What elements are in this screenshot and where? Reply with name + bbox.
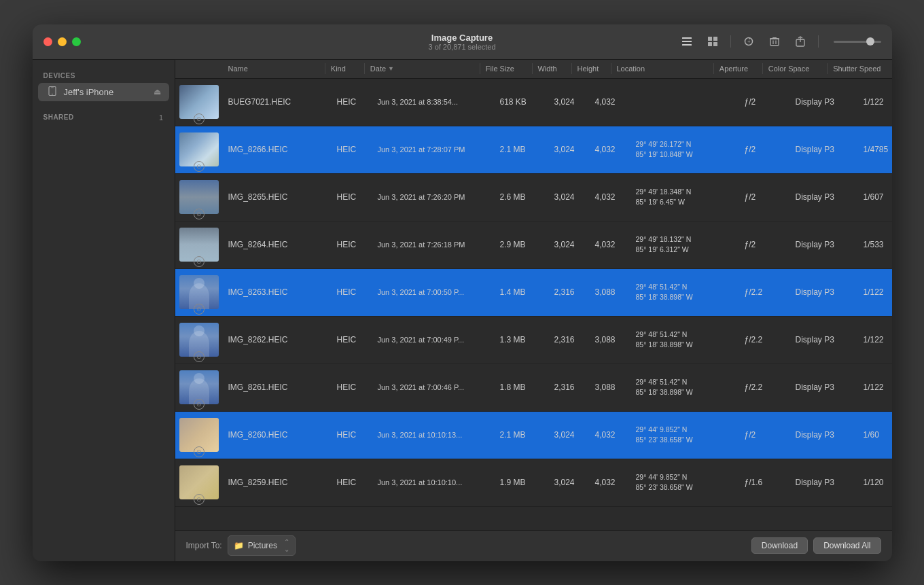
- selection-count: 3 of 20,871 selected: [428, 43, 495, 51]
- table-row[interactable]: ⊙ IMG_8262.HEIC HEIC Jun 3, 2021 at 7:00…: [175, 317, 892, 364]
- col-header-height[interactable]: Height: [571, 60, 610, 78]
- row-thumb-area: ⊙: [175, 268, 223, 316]
- list-view-button[interactable]: [679, 33, 695, 50]
- zoom-slider[interactable]: [834, 41, 881, 43]
- cell-size: 1.9 MB: [495, 478, 549, 487]
- rotate-button[interactable]: +: [741, 33, 757, 50]
- col-header-kind[interactable]: Kind: [325, 60, 364, 78]
- download-indicator-icon: ⊙: [194, 161, 205, 172]
- col-header-aperture[interactable]: Aperture: [714, 60, 762, 78]
- cell-location: 29° 48' 51.42" N85° 18' 38.898" W: [630, 330, 739, 349]
- row-cells: IMG_8265.HEIC HEIC Jun 3, 2021 at 7:26:2…: [223, 187, 892, 207]
- cell-size: 2.6 MB: [495, 192, 549, 202]
- share-button[interactable]: [792, 33, 808, 50]
- cell-location: 29° 44' 9.852" N85° 23' 38.658" W: [630, 472, 739, 492]
- table-row[interactable]: ⊙ IMG_8260.HEIC HEIC Jun 3, 2021 at 10:1…: [175, 412, 892, 459]
- grid-view-button[interactable]: [705, 33, 721, 50]
- folder-icon: 📁: [234, 541, 244, 550]
- cell-name: IMG_8265.HEIC: [223, 192, 332, 202]
- cell-colorspace: Display P3: [790, 192, 858, 202]
- row-cells: IMG_8264.HEIC HEIC Jun 3, 2021 at 7:26:1…: [223, 234, 892, 254]
- cell-colorspace: Display P3: [790, 240, 858, 249]
- row-thumb-area: ⊙: [175, 173, 223, 221]
- cell-date: Jun 3, 2021 at 7:26:18 PM: [372, 241, 495, 249]
- cell-date: Jun 3, 2021 at 7:26:20 PM: [372, 193, 495, 201]
- cell-colorspace: Display P3: [790, 383, 858, 392]
- col-header-size[interactable]: File Size: [480, 60, 532, 78]
- delete-button[interactable]: [766, 33, 783, 50]
- row-cells: IMG_8266.HEIC HEIC Jun 3, 2021 at 7:28:0…: [223, 139, 892, 159]
- titlebar-center: Image Capture 3 of 20,871 selected: [428, 33, 495, 51]
- svg-rect-1: [682, 41, 692, 42]
- cell-size: 1.8 MB: [495, 383, 549, 392]
- cell-size: 2.9 MB: [495, 240, 549, 249]
- col-header-width[interactable]: Width: [532, 60, 571, 78]
- cell-height: 4,032: [590, 240, 630, 249]
- cell-kind: HEIC: [332, 478, 372, 487]
- download-indicator-icon: ⊙: [194, 351, 205, 362]
- cell-kind: HEIC: [332, 240, 372, 249]
- cell-aperture: ƒ/2: [739, 97, 790, 107]
- cell-aperture: ƒ/2.2: [739, 335, 790, 344]
- maximize-button[interactable]: [72, 37, 81, 46]
- cell-name: IMG_8260.HEIC: [223, 430, 332, 440]
- cell-location: 29° 49' 26.172" N85° 19' 10.848" W: [630, 139, 739, 159]
- cell-width: 3,024: [549, 240, 590, 249]
- table-row[interactable]: ⊙ IMG_8261.HEIC HEIC Jun 3, 2021 at 7:00…: [175, 364, 892, 412]
- col-header-location[interactable]: Location: [611, 60, 713, 78]
- cell-width: 2,316: [549, 287, 590, 297]
- cell-date: Jun 3, 2021 at 10:10:13...: [372, 431, 495, 439]
- table-row[interactable]: ⊙ IMG_8264.HEIC HEIC Jun 3, 2021 at 7:26…: [175, 221, 892, 269]
- cell-name: IMG_8259.HEIC: [223, 478, 332, 487]
- cell-shutter: 1/60: [858, 430, 892, 440]
- cell-height: 4,032: [590, 192, 630, 202]
- download-indicator-icon: ⊙: [194, 399, 205, 410]
- cell-kind: HEIC: [332, 383, 372, 392]
- table-header: Name Kind Date ▼ File Size Width: [175, 60, 892, 79]
- cell-location: 29° 44' 9.852" N85° 23' 38.658" W: [630, 425, 739, 444]
- col-header-name[interactable]: Name: [223, 60, 325, 78]
- cell-date: Jun 3, 2021 at 7:00:46 P...: [372, 383, 495, 391]
- row-thumb-area: ⊙: [175, 221, 223, 268]
- cell-height: 3,088: [590, 287, 630, 297]
- minimize-button[interactable]: [58, 37, 67, 46]
- table-row[interactable]: ⊙ IMG_8266.HEIC HEIC Jun 3, 2021 at 7:28…: [175, 126, 892, 174]
- svg-point-18: [52, 93, 53, 94]
- table-row[interactable]: ⊙ IMG_8263.HEIC HEIC Jun 3, 2021 at 7:00…: [175, 269, 892, 317]
- row-thumb-area: ⊙: [175, 79, 223, 126]
- download-indicator-icon: ⊙: [194, 113, 205, 124]
- shared-section-label: SHARED 1: [33, 109, 175, 124]
- cell-height: 4,032: [590, 145, 630, 154]
- close-button[interactable]: [43, 37, 52, 46]
- import-folder-selector[interactable]: 📁 Pictures ⌃⌄: [228, 535, 296, 556]
- traffic-lights: [43, 37, 81, 46]
- cell-name: IMG_8266.HEIC: [223, 145, 332, 154]
- row-cells: BUEG7021.HEIC HEIC Jun 3, 2021 at 8:38:5…: [223, 97, 892, 107]
- table-row[interactable]: ⊙ IMG_8259.HEIC HEIC Jun 3, 2021 at 10:1…: [175, 459, 892, 507]
- cell-height: 3,088: [590, 335, 630, 344]
- table-row[interactable]: ⊙ BUEG7021.HEIC HEIC Jun 3, 2021 at 8:38…: [175, 79, 892, 126]
- row-cells: IMG_8259.HEIC HEIC Jun 3, 2021 at 10:10:…: [223, 472, 892, 492]
- col-header-date[interactable]: Date ▼: [365, 60, 480, 78]
- download-button[interactable]: Download: [751, 537, 808, 554]
- iphone-icon: [46, 86, 58, 98]
- cell-location: 29° 48' 51.42" N85° 18' 38.898" W: [630, 377, 739, 397]
- app-title: Image Capture: [428, 33, 495, 43]
- cell-shutter: 1/122: [858, 383, 892, 392]
- download-all-button[interactable]: Download All: [813, 537, 881, 554]
- sidebar-item-iphone[interactable]: Jeff's iPhone ⏏: [38, 83, 169, 101]
- cell-width: 3,024: [549, 192, 590, 202]
- table-row[interactable]: ⊙ IMG_8265.HEIC HEIC Jun 3, 2021 at 7:26…: [175, 174, 892, 221]
- sidebar: DEVICES Jeff's iPhone ⏏ SHARED 1: [33, 60, 175, 561]
- col-header-colorspace[interactable]: Color Space: [763, 60, 827, 78]
- row-thumb-area: ⊙: [175, 126, 223, 173]
- cell-aperture: ƒ/1.6: [739, 478, 790, 487]
- toolbar-separator-2: [818, 35, 819, 48]
- download-indicator-icon: ⊙: [194, 304, 205, 315]
- cell-size: 618 KB: [495, 97, 549, 107]
- zoom-thumb[interactable]: [866, 37, 874, 46]
- cell-size: 1.4 MB: [495, 287, 549, 297]
- col-header-shutter[interactable]: Shutter Speed: [828, 60, 891, 78]
- eject-icon[interactable]: ⏏: [154, 87, 161, 96]
- cell-height: 3,088: [590, 383, 630, 392]
